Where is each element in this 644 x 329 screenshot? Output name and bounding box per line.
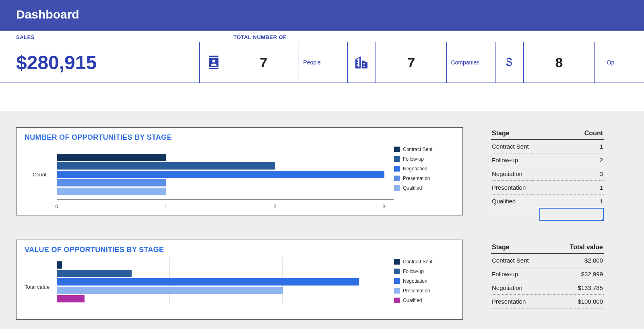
table-count-by-stage: Stage Count Contract Sent1 Follow-up2 Ne…	[491, 127, 604, 221]
table-row[interactable]: Presentation$100,000	[491, 294, 604, 308]
table-row[interactable]: Qualified1	[491, 195, 604, 208]
charts-column: NUMBER OF OPPORTUNITIES BY STAGE Count 0…	[16, 127, 463, 329]
chart1-tick: 0	[55, 203, 58, 209]
th-count[interactable]: Count	[533, 127, 604, 140]
opportunities-label-cell[interactable]: Op	[595, 42, 644, 83]
companies-count-cell: 7	[376, 42, 447, 83]
cell-stage: Follow-up	[491, 267, 550, 281]
companies-label-cell[interactable]: Companies	[447, 42, 495, 83]
chart1-plot: Count 0 1 2 3	[25, 145, 394, 209]
cell-stage: Contract Sent	[491, 140, 533, 153]
chart2-plot: Total value	[25, 257, 394, 314]
content-area: NUMBER OF OPPORTUNITIES BY STAGE Count 0…	[0, 111, 644, 329]
bar-negotiation	[57, 278, 359, 286]
legend-item: Qualified	[394, 185, 454, 191]
bar-qualified	[57, 295, 85, 302]
cell-stage: Contract Sent	[491, 253, 550, 267]
people-label-cell[interactable]: People	[299, 42, 347, 83]
legend-item: Contract Sent	[394, 259, 454, 265]
chart2-title: VALUE OF OPPORTUNITIES BY STAGE	[25, 246, 454, 254]
cell-selected[interactable]	[533, 208, 604, 221]
person-icon	[206, 54, 222, 70]
cell-count: 3	[533, 167, 604, 181]
total-section-label: TOTAL NUMBER OF	[233, 34, 287, 40]
legend-item: Presentation	[394, 288, 454, 294]
cell-stage: Negotiation	[491, 167, 533, 181]
building-icon	[353, 54, 369, 70]
bar-negotiation	[57, 171, 384, 178]
chart-opportunities-by-stage: NUMBER OF OPPORTUNITIES BY STAGE Count 0…	[16, 127, 463, 215]
legend-label: Follow-up	[403, 156, 424, 162]
chart2-bars	[57, 260, 394, 304]
chart1-tick: 3	[382, 203, 385, 209]
svg-rect-0	[209, 56, 219, 57]
table-row[interactable]: Follow-up2	[491, 153, 604, 167]
table-row[interactable]: Contract Sent1	[491, 140, 604, 153]
bar-follow-up	[57, 270, 132, 277]
th-total-value[interactable]: Total value	[550, 241, 604, 254]
th-stage[interactable]: Stage	[491, 241, 550, 254]
tables-column: Stage Count Contract Sent1 Follow-up2 Ne…	[491, 127, 604, 329]
bar-contract-sent	[57, 154, 166, 161]
table-row[interactable]: Contract Sent$2,000	[491, 253, 604, 267]
th-stage[interactable]: Stage	[491, 127, 533, 140]
bar-presentation	[57, 179, 166, 186]
legend-label: Presentation	[403, 288, 430, 294]
bar-contract-sent	[57, 261, 62, 269]
chart1-x-axis	[57, 199, 394, 200]
svg-point-3	[213, 60, 215, 62]
chart1-tick: 1	[164, 203, 167, 209]
legend-item: Follow-up	[394, 269, 454, 274]
cell-count: 1	[533, 181, 604, 195]
chart2-ylabel: Total value	[25, 284, 50, 290]
people-icon-cell	[200, 42, 228, 83]
legend-item: Contract Sent	[394, 147, 454, 152]
chart1-title: NUMBER OF OPPORTUNITIES BY STAGE	[25, 133, 454, 142]
cell-empty	[491, 208, 533, 221]
app-header: Dashboard	[0, 0, 644, 31]
dollar-icon	[502, 55, 516, 70]
legend-label: Negotiation	[403, 278, 427, 284]
sales-section-label: SALES	[16, 34, 233, 40]
people-count: 7	[260, 55, 267, 70]
legend-label: Follow-up	[403, 269, 424, 274]
cell-stage: Qualified	[491, 195, 533, 208]
selected-cell-indicator[interactable]	[539, 208, 604, 221]
table-row[interactable]: Presentation1	[491, 181, 604, 195]
sales-total-value: $280,915	[16, 52, 97, 74]
cell-count: 1	[533, 140, 604, 153]
cell-stage: Follow-up	[491, 153, 533, 167]
chart1-ylabel: Count	[33, 172, 47, 178]
cell-value: $100,000	[550, 294, 604, 308]
chart1-bars	[57, 149, 394, 199]
cell-count: 2	[533, 153, 604, 167]
opportunities-label: Op	[607, 59, 615, 66]
table-row[interactable]: Negotiation3	[491, 167, 604, 181]
people-label: People	[303, 59, 321, 66]
companies-count: 7	[407, 55, 415, 70]
cell-stage: Presentation	[491, 294, 550, 308]
chart1-legend: Contract Sent Follow-up Negotiation Pres…	[394, 145, 454, 209]
legend-label: Contract Sent	[403, 147, 432, 152]
svg-rect-1	[209, 68, 219, 69]
table-row[interactable]: Follow-up$32,999	[491, 267, 604, 281]
companies-icon-cell	[348, 42, 376, 83]
cell-count: 1	[533, 195, 604, 208]
table-row[interactable]	[491, 208, 604, 221]
opportunities-count-cell: 8	[524, 42, 594, 83]
cell-stage: Negotiation	[491, 281, 550, 294]
legend-item: Presentation	[394, 176, 454, 181]
legend-item: Qualified	[394, 298, 454, 303]
opportunities-icon-cell	[495, 42, 524, 83]
companies-label: Companies	[451, 59, 479, 66]
chart-value-by-stage: VALUE OF OPPORTUNITIES BY STAGE Total va…	[16, 240, 463, 320]
table-row[interactable]: Negotiation$133,785	[491, 281, 604, 294]
cell-value: $133,785	[550, 281, 604, 294]
page-title: Dashboard	[16, 8, 79, 21]
legend-label: Presentation	[403, 176, 430, 181]
stats-row: SALES TOTAL NUMBER OF $280,915 7 People …	[0, 31, 644, 83]
legend-label: Contract Sent	[403, 259, 432, 265]
cell-value: $32,999	[550, 267, 604, 281]
chart1-tick: 2	[273, 203, 276, 209]
bar-qualified	[57, 188, 166, 195]
